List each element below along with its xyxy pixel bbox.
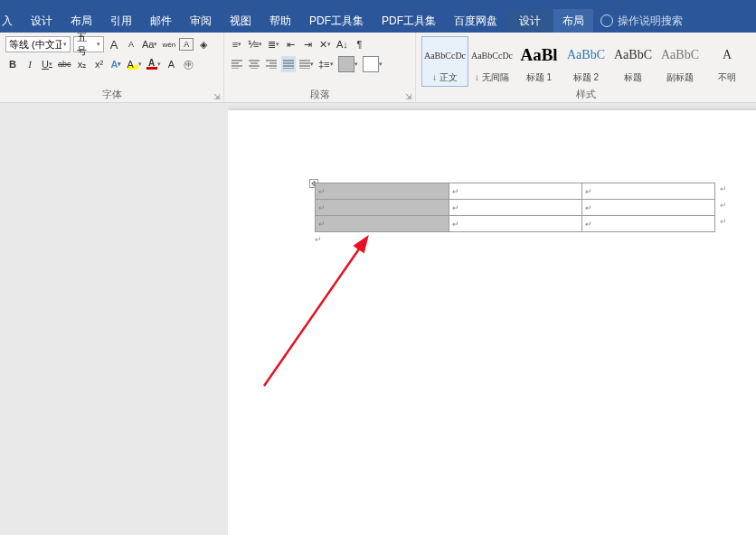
align-center-button[interactable] (247, 56, 261, 72)
char-shading-button[interactable]: A (165, 56, 179, 72)
subscript-button[interactable]: x₂ (75, 56, 90, 72)
italic-button[interactable]: I (23, 56, 37, 72)
style-name: ↓ 无间隔 (475, 71, 509, 84)
tab-references[interactable]: 引用 (101, 9, 141, 33)
table-cell[interactable]: ↵ (582, 216, 715, 232)
grow-font-button[interactable]: A (107, 36, 121, 52)
row-end-mark: ↵ (720, 217, 727, 226)
style-item[interactable]: AaBl标题 1 (515, 36, 562, 87)
phonetic-guide-button[interactable]: wén (161, 36, 176, 52)
sort-button[interactable]: A↓ (335, 36, 349, 52)
style-name: 不明 (718, 71, 736, 84)
group-paragraph: ≡▾ ⅟≡▾ ≣▾ ⇤ ⇥ ✕▾ A↓ ¶ (224, 33, 416, 102)
dialog-launcher-icon[interactable]: ⇲ (404, 92, 413, 101)
ribbon-tabs: 入 设计 布局 引用 邮件 审阅 视图 帮助 PDF工具集 PDF工具集 百度网… (0, 9, 690, 33)
tab-design[interactable]: 设计 (22, 9, 61, 33)
change-case-button[interactable]: Aa▾ (141, 36, 158, 52)
line-spacing-button[interactable]: ‡≡▾ (317, 56, 335, 72)
style-preview: AaBl (520, 39, 557, 71)
clear-formatting-button[interactable]: ◈ (196, 36, 211, 52)
ribbon: 等线 (中文正文 ▾ 五号 ▾ A A Aa▾ wén A ◈ B I (0, 33, 756, 103)
table-cell[interactable]: ↵ (582, 183, 715, 200)
bullets-button[interactable]: ≡▾ (230, 36, 244, 52)
style-name: 标题 (624, 71, 642, 84)
tab-mailings[interactable]: 邮件 (141, 9, 181, 33)
table-row[interactable]: ↵ ↵ ↵ (316, 183, 715, 200)
font-color-button[interactable]: A▾ (146, 56, 162, 72)
superscript-button[interactable]: x² (92, 56, 107, 72)
numbering-button[interactable]: ⅟≡▾ (247, 36, 263, 52)
char-border-button[interactable]: A (179, 38, 194, 51)
font-size-select[interactable]: 五号 ▾ (73, 36, 104, 52)
borders-button[interactable]: ▾ (362, 56, 383, 72)
multilevel-list-button[interactable]: ≣▾ (266, 36, 280, 52)
font-name-select[interactable]: 等线 (中文正文 ▾ (5, 36, 71, 52)
group-styles: AaBbCcDc↓ 正文AaBbCcDc↓ 无间隔AaBl标题 1AaBbC标题… (416, 33, 756, 102)
show-marks-button[interactable]: ¶ (352, 36, 366, 52)
style-preview: AaBbC (661, 39, 699, 71)
group-label-paragraph: 段落 ⇲ (230, 87, 410, 102)
strikethrough-button[interactable]: abc (57, 56, 72, 72)
document-page[interactable]: ✥ ↵ ↵ ↵ ↵ ↵ ↵ ↵ ↵ ↵ ↵ ↵ (228, 110, 756, 535)
style-item[interactable]: AaBbCcDc↓ 正文 (421, 36, 468, 87)
highlight-button[interactable]: A▾ (127, 56, 143, 72)
group-font: 等线 (中文正文 ▾ 五号 ▾ A A Aa▾ wén A ◈ B I (0, 33, 224, 102)
chevron-down-icon: ▾ (63, 41, 67, 48)
tab-layout[interactable]: 布局 (61, 9, 101, 33)
tab-pdf-tools[interactable]: PDF工具集 (300, 9, 373, 33)
style-item[interactable]: AaBbC标题 2 (562, 36, 610, 87)
tab-insert[interactable]: 入 (0, 9, 22, 33)
document-area: ✥ ↵ ↵ ↵ ↵ ↵ ↵ ↵ ↵ ↵ ↵ ↵ (0, 103, 756, 535)
tab-pdf-tools-2[interactable]: PDF工具集 (373, 9, 445, 33)
style-preview: AaBbC (567, 39, 605, 71)
navigation-pane[interactable] (0, 103, 228, 535)
tell-me-search[interactable]: 操作说明搜索 (593, 14, 690, 29)
enclose-char-button[interactable]: ㊥ (182, 56, 196, 72)
style-item[interactable]: AaBbCcDc↓ 无间隔 (468, 36, 515, 87)
tab-table-design[interactable]: 设计 (506, 9, 553, 33)
style-name: 标题 2 (573, 71, 599, 84)
style-item[interactable]: AaBbC副标题 (657, 36, 704, 87)
table-cell[interactable]: ↵ (449, 183, 582, 200)
tab-review[interactable]: 审阅 (181, 9, 221, 33)
align-distribute-button[interactable]: ▾ (298, 56, 315, 72)
group-label-styles: 样式 (421, 87, 751, 102)
document-table[interactable]: ↵ ↵ ↵ ↵ ↵ ↵ ↵ ↵ ↵ (315, 183, 715, 232)
style-item[interactable]: AaBbC标题 (610, 36, 657, 87)
table-cell[interactable]: ↵ (316, 216, 449, 232)
align-right-button[interactable] (264, 56, 279, 72)
annotation-arrow (260, 228, 377, 390)
style-preview: AaBbCcDc (424, 39, 466, 71)
table-cell[interactable]: ↵ (449, 200, 582, 216)
tab-table-layout[interactable]: 布局 (553, 9, 593, 33)
dialog-launcher-icon[interactable]: ⇲ (213, 92, 222, 101)
style-name: ↓ 正文 (432, 71, 458, 84)
tab-view[interactable]: 视图 (221, 9, 260, 33)
table-cell[interactable]: ↵ (316, 200, 449, 216)
shading-button[interactable]: ▾ (337, 56, 359, 72)
decrease-indent-button[interactable]: ⇤ (283, 36, 298, 52)
table-row[interactable]: ↵ ↵ ↵ (316, 200, 715, 216)
style-item[interactable]: A不明 (704, 36, 751, 87)
shrink-font-button[interactable]: A (124, 36, 138, 52)
page-viewport[interactable]: ✥ ↵ ↵ ↵ ↵ ↵ ↵ ↵ ↵ ↵ ↵ ↵ (228, 103, 756, 535)
text-direction-button[interactable]: ✕▾ (317, 36, 332, 52)
align-justify-button[interactable] (281, 56, 296, 72)
tab-baidu[interactable]: 百度网盘 (445, 9, 506, 33)
style-name: 副标题 (666, 71, 694, 84)
table-cell[interactable]: ↵ (449, 216, 582, 232)
text-effects-button[interactable]: A▾ (109, 56, 124, 72)
table-row[interactable]: ↵ ↵ ↵ (316, 216, 715, 232)
table-cell[interactable]: ↵ (582, 200, 715, 216)
row-end-mark: ↵ (720, 184, 727, 193)
tab-help[interactable]: 帮助 (260, 9, 300, 33)
bold-button[interactable]: B (5, 56, 20, 72)
increase-indent-button[interactable]: ⇥ (300, 36, 315, 52)
table-cell[interactable]: ↵ (316, 183, 449, 200)
svg-line-21 (264, 239, 366, 386)
group-label-font: 字体 ⇲ (5, 87, 218, 102)
align-left-button[interactable] (230, 56, 244, 72)
style-preview: AaBbC (614, 39, 652, 71)
underline-button[interactable]: U▾ (40, 56, 54, 72)
styles-gallery[interactable]: AaBbCcDc↓ 正文AaBbCcDc↓ 无间隔AaBl标题 1AaBbC标题… (421, 36, 751, 87)
